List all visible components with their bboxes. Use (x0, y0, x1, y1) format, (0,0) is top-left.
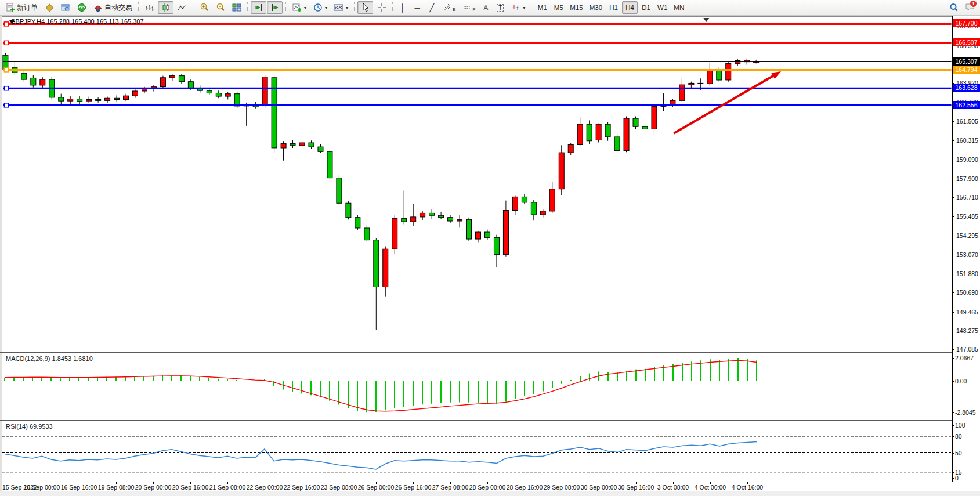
autotrading-label: 自动交易 (104, 3, 132, 13)
toolbar-separator (354, 2, 355, 13)
auto-scroll-icon (254, 3, 263, 12)
text-label-icon: T (497, 4, 504, 12)
trendline-tool-button[interactable]: ╱ (425, 1, 439, 14)
tab-timeframe-m15[interactable]: M15 (567, 1, 585, 14)
toolbox-icon (44, 3, 54, 12)
price-axis-tick (952, 197, 954, 198)
tile-windows-button[interactable] (229, 1, 244, 14)
price-axis-tick (952, 274, 954, 274)
time-axis[interactable]: 15 Sep 202216 Sep 00:0016 Sep 16:0019 Se… (0, 483, 980, 491)
arrows-tool-button[interactable]: ▾ (508, 1, 528, 14)
zoom-out-button[interactable] (212, 1, 228, 14)
price-badge: 165.307 (953, 57, 980, 66)
search-icon (949, 3, 959, 12)
dropdown-caret-icon[interactable]: ▾ (325, 5, 327, 10)
price-badge: 163.628 (953, 84, 980, 92)
price-axis-label: 150.690 (956, 289, 978, 296)
time-axis-label: 30 Sep 16:00 (618, 484, 654, 491)
tab-timeframe-m5[interactable]: M5 (551, 1, 566, 14)
time-axis-label: 28 Sep 00:00 (469, 484, 505, 491)
tab-timeframe-h4[interactable]: H4 (622, 1, 638, 14)
channel-tool-button[interactable]: E (439, 1, 458, 14)
dropdown-caret-icon[interactable]: ▾ (523, 5, 525, 10)
notification-badge: 1 (970, 0, 977, 8)
rsi-pane-canvas[interactable] (2, 422, 952, 482)
time-axis-label: 16 Sep 16:00 (61, 484, 97, 491)
dropdown-caret-icon[interactable]: ▾ (304, 5, 306, 10)
text-tool-button[interactable]: A (479, 1, 493, 14)
price-axis-tick (952, 179, 954, 179)
zoom-in-button[interactable] (196, 1, 212, 14)
templates-button[interactable]: ▾ (331, 1, 351, 14)
channel-e-label: E (453, 7, 455, 12)
time-axis-label: 16 Sep 00:00 (24, 484, 60, 491)
chart-shift-button[interactable] (267, 1, 283, 14)
fibonacci-tool-button[interactable]: F (459, 1, 478, 14)
main-chart-canvas[interactable] (2, 16, 952, 352)
notifications-button[interactable]: 1 (962, 1, 978, 14)
autotrading-button[interactable]: 自动交易 (90, 1, 135, 14)
tab-timeframe-h1[interactable]: H1 (606, 1, 621, 14)
time-axis-label: 19 Sep 08:00 (98, 484, 134, 491)
dropdown-caret-icon[interactable]: ▾ (346, 5, 348, 10)
time-axis-label: 20 Sep 16:00 (172, 484, 208, 491)
toolbar-separator (392, 2, 393, 13)
time-axis-label: 26 Sep 16:00 (395, 484, 431, 491)
periods-button[interactable]: ▾ (310, 1, 330, 14)
tile-windows-icon (232, 3, 241, 12)
crosshair-icon (377, 3, 386, 12)
time-axis-label: 21 Sep 08:00 (209, 484, 245, 491)
candlestick-chart-type-button[interactable] (158, 1, 173, 14)
add-indicator-icon (292, 3, 302, 12)
toolbox-button[interactable] (41, 1, 57, 14)
macd-pane-canvas[interactable] (2, 354, 952, 420)
text-label-tool-button[interactable]: T (493, 1, 507, 14)
horizontal-line-tool-button[interactable]: ─ (410, 1, 424, 14)
cursor-tool-button[interactable] (357, 1, 373, 14)
navigator-button[interactable] (57, 1, 73, 14)
trendline-icon: ╱ (429, 4, 434, 12)
vertical-line-tool-button[interactable]: │ (396, 1, 410, 14)
macd-axis-label: 0.00 (955, 378, 967, 385)
price-axis-tick (952, 349, 954, 350)
add-indicator-button[interactable]: ▾ (289, 1, 309, 14)
price-axis-label: 157.900 (956, 175, 978, 182)
price-axis-label: 148.275 (956, 327, 978, 334)
rsi-indicator-label: RSI(14) 69.9533 (6, 423, 53, 430)
price-axis-label: 156.710 (956, 194, 978, 201)
bar-chart-type-button[interactable] (142, 1, 157, 14)
time-axis-label: 4 Oct 16:00 (732, 484, 763, 491)
pane-separator[interactable] (0, 420, 953, 421)
new-order-button[interactable]: 新订单 (2, 1, 41, 14)
tab-timeframe-m1[interactable]: M1 (534, 1, 550, 14)
price-axis-label: 160.315 (956, 137, 978, 144)
candlestick-chart-icon (161, 3, 171, 12)
zoom-out-icon (215, 3, 225, 12)
toolbar-separator (285, 2, 286, 13)
crosshair-tool-button[interactable] (374, 1, 389, 14)
time-axis-label: 28 Sep 16:00 (507, 484, 543, 491)
price-axis-tick (952, 312, 954, 313)
toolbar-separator (531, 2, 531, 13)
tab-timeframe-d1[interactable]: D1 (638, 1, 654, 14)
line-chart-icon (177, 3, 187, 12)
search-button[interactable] (946, 1, 961, 14)
tab-timeframe-w1[interactable]: W1 (654, 1, 670, 14)
toolbar-separator (193, 2, 193, 13)
bar-chart-icon (144, 3, 154, 12)
tab-timeframe-mn[interactable]: MN (671, 1, 687, 14)
data-window-button[interactable] (74, 1, 89, 14)
tab-timeframe-m30[interactable]: M30 (587, 1, 605, 14)
price-axis-tick (952, 121, 954, 122)
toolbar-separator (247, 2, 248, 13)
chart-symbol-title: GBPJPY,H4 165.288 165.400 165.113 165.30… (10, 18, 144, 25)
window-bottom-edge (0, 491, 980, 496)
toolbar: 新订单 自动交易 (0, 0, 980, 16)
rsi-axis-tick (952, 436, 954, 437)
line-chart-type-button[interactable] (174, 1, 190, 14)
new-order-icon (5, 3, 15, 12)
rsi-axis-tick (952, 478, 954, 479)
time-axis-label: 27 Sep 08:00 (432, 484, 468, 491)
auto-scroll-button[interactable] (251, 1, 266, 14)
pane-separator[interactable] (0, 352, 953, 353)
